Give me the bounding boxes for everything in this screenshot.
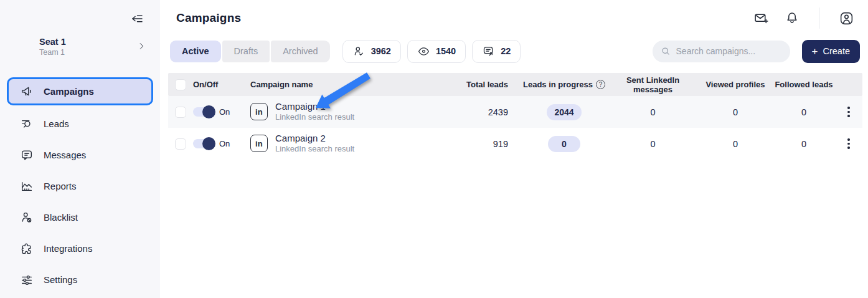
message-share-icon [482, 45, 495, 58]
tab-drafts[interactable]: Drafts [222, 41, 270, 62]
toggle-label: On [219, 139, 230, 148]
campaign-toggle[interactable] [193, 107, 215, 117]
campaigns-table: On/Off Campaign name Total leads Leads i… [168, 73, 862, 160]
sidebar-item-label: Leads [44, 118, 69, 129]
col-label: Leads in progress [523, 80, 593, 89]
toolbar: Active Drafts Archived 3962 1540 [160, 39, 868, 64]
select-all-checkbox[interactable] [175, 79, 186, 90]
sidebar-item-label: Campaigns [44, 86, 94, 97]
main-content: Campaigns Active Drafts Archived [160, 0, 868, 298]
chevron-right-icon[interactable] [136, 41, 146, 53]
campaign-subtitle: LinkedIn search result [275, 112, 354, 123]
eye-icon [417, 45, 430, 58]
chart-icon [20, 180, 34, 193]
avatar-icon[interactable] [838, 10, 854, 26]
followed-leads-value: 0 [801, 107, 806, 117]
puzzle-icon [20, 242, 34, 256]
person-check-icon [352, 45, 366, 58]
stat-leads-processed[interactable]: 3962 [342, 40, 401, 63]
campaign-name-cell[interactable]: in Campaign 1 LinkedIn search result [250, 101, 436, 123]
viewed-profiles-value: 0 [733, 139, 738, 149]
mail-plus-icon[interactable] [753, 10, 769, 26]
total-leads-value: 2439 [488, 107, 521, 117]
row-checkbox[interactable] [175, 107, 186, 118]
tab-archived[interactable]: Archived [271, 41, 329, 62]
leads-in-progress-cell: 2044 [547, 104, 581, 120]
campaign-name[interactable]: Campaign 2 [275, 133, 354, 144]
stat-value: 3962 [371, 46, 391, 56]
divider [819, 7, 819, 29]
linkedin-icon: in [250, 103, 268, 120]
stat-chips: 3962 1540 22 [342, 40, 521, 63]
linkedin-icon: in [250, 135, 268, 152]
campaign-name[interactable]: Campaign 1 [275, 101, 354, 112]
create-label: Create [823, 46, 850, 56]
row-menu-icon[interactable] [845, 136, 852, 151]
leads-in-progress-cell: 0 [548, 136, 580, 152]
col-on-off: On/Off [193, 80, 250, 89]
seat-selector[interactable]: Seat 1 Team 1 [0, 36, 160, 57]
toggle-cell: On [193, 107, 250, 117]
campaign-subtitle: LinkedIn search result [275, 144, 354, 155]
sidebar: Seat 1 Team 1 Campaigns Leads Messages [0, 0, 160, 298]
progress-badge: 2044 [547, 104, 581, 120]
campaign-name-cell[interactable]: in Campaign 2 LinkedIn search result [250, 133, 436, 155]
sidebar-item-integrations[interactable]: Integrations [7, 236, 153, 261]
campaign-tabs: Active Drafts Archived [170, 41, 330, 62]
search-input[interactable] [676, 46, 783, 56]
stat-value: 22 [501, 46, 511, 56]
collapse-sidebar-icon[interactable] [129, 11, 145, 27]
sidebar-item-label: Messages [44, 150, 86, 160]
toggle-knob [202, 137, 215, 150]
row-menu-icon[interactable] [845, 104, 852, 119]
sent-messages-value: 0 [650, 107, 655, 117]
toggle-label: On [219, 107, 230, 117]
toggle-knob [202, 105, 215, 118]
table-row[interactable]: On in Campaign 1 LinkedIn search result … [168, 96, 862, 128]
sidebar-nav: Campaigns Leads Messages Reports Blackli… [0, 77, 160, 292]
col-viewed-profiles: Viewed profiles [705, 80, 765, 89]
megaphone-icon [20, 85, 34, 99]
sidebar-item-settings[interactable]: Settings [7, 267, 153, 292]
sidebar-item-messages[interactable]: Messages [7, 142, 153, 168]
campaign-text: Campaign 1 LinkedIn search result [275, 101, 354, 123]
lead-search-icon [20, 117, 34, 131]
stat-viewed[interactable]: 1540 [407, 40, 466, 63]
col-leads-in-progress: Leads in progress ? [521, 80, 608, 89]
followed-leads-value: 0 [801, 139, 806, 149]
table-row[interactable]: On in Campaign 2 LinkedIn search result … [168, 128, 862, 160]
total-leads-value: 919 [493, 139, 521, 149]
page-title: Campaigns [176, 11, 241, 25]
bell-icon[interactable] [784, 10, 800, 26]
help-icon[interactable]: ? [596, 80, 605, 89]
viewed-profiles-value: 0 [733, 107, 738, 117]
plus-icon: + [812, 46, 818, 57]
topbar: Campaigns [160, 0, 868, 36]
campaign-toggle[interactable] [193, 139, 215, 148]
stat-messages[interactable]: 22 [472, 40, 521, 63]
seat-info: Seat 1 Team 1 [39, 36, 66, 57]
tab-active[interactable]: Active [170, 41, 221, 62]
sidebar-item-campaigns[interactable]: Campaigns [7, 77, 153, 105]
progress-badge: 0 [548, 136, 580, 152]
sent-messages-value: 0 [650, 139, 655, 149]
sliders-icon [20, 273, 34, 287]
table-header: On/Off Campaign name Total leads Leads i… [168, 73, 862, 96]
sidebar-item-label: Reports [44, 181, 77, 191]
sidebar-item-leads[interactable]: Leads [7, 111, 153, 137]
sidebar-item-blacklist[interactable]: Blacklist [7, 204, 153, 230]
search-box [653, 41, 790, 62]
create-button[interactable]: + Create [802, 40, 860, 63]
search-icon [660, 46, 671, 57]
topbar-actions [753, 7, 854, 29]
sidebar-item-label: Blacklist [44, 212, 78, 223]
col-sent-messages: Sent LinkedIn messages [608, 75, 698, 94]
chat-bubble-icon [20, 148, 34, 162]
row-checkbox[interactable] [175, 138, 186, 150]
seat-title: Seat 1 [39, 36, 66, 47]
sidebar-item-reports[interactable]: Reports [7, 173, 153, 199]
col-campaign-name: Campaign name [250, 80, 436, 89]
toggle-cell: On [193, 139, 250, 148]
campaign-text: Campaign 2 LinkedIn search result [275, 133, 354, 155]
sidebar-item-label: Integrations [44, 243, 92, 254]
